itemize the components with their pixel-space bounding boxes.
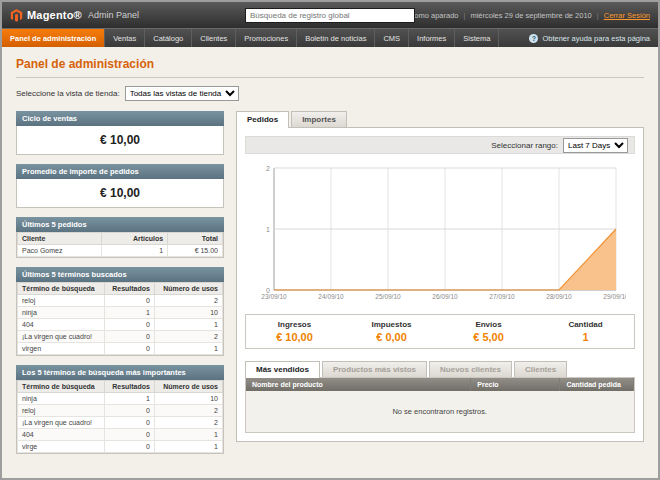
total-value: € 5,00 (442, 331, 535, 343)
nav-item-sistema[interactable]: Sistema (455, 29, 499, 47)
table-row[interactable]: Paco Gomez1€ 15.00 (18, 245, 223, 257)
table-cell: ninja (18, 393, 105, 405)
top-search-terms-table: Término de búsquedaResultadosNúmero de u… (17, 380, 223, 453)
table-row[interactable]: ¡La virgen que cuadro!02 (18, 331, 223, 343)
last-orders-table: ClienteArtículosTotalPaco Gomez1€ 15.00 (17, 232, 223, 257)
table-cell: 1 (154, 319, 222, 331)
table-cell: 2 (154, 405, 222, 417)
nav-item-panel-de-administraci-n[interactable]: Panel de administración (2, 29, 105, 47)
store-view-label: Seleccione la vista de tienda: (16, 89, 120, 98)
nav-item-informes[interactable]: Informes (409, 29, 455, 47)
dashboard-content: Panel de administración Seleccione la vi… (2, 47, 658, 478)
table-cell: 0 (105, 429, 155, 441)
table-cell: 0 (105, 343, 155, 355)
brand-subtitle: Admin Panel (88, 10, 139, 20)
tab-productos-m-s-vistos: Productos más vistos (322, 361, 427, 377)
totals-row: Ingresos€ 10,00Impuestos€ 0,00Envíos€ 5,… (245, 314, 635, 349)
current-date: miércoles 29 de septiembre de 2010 (470, 11, 591, 20)
lifetime-sales-panel: Ciclo de ventas € 10,00 (16, 111, 224, 155)
table-cell: 1 (105, 393, 155, 405)
tab-nuevos-clientes: Nuevos clientes (429, 361, 512, 377)
column-header: Resultados (105, 283, 155, 295)
column-header: Término de búsqueda (18, 283, 105, 295)
tab-clientes: Clientes (514, 361, 567, 377)
svg-text:27/09/10: 27/09/10 (489, 293, 515, 300)
table-cell: 0 (105, 441, 155, 453)
column-header: Precio (471, 378, 560, 391)
column-header: Artículos (101, 233, 168, 245)
total-cantidad: Cantidad1 (537, 315, 634, 348)
tab-importes[interactable]: Importes (291, 111, 347, 127)
svg-text:23/09/10: 23/09/10 (261, 293, 287, 300)
logout-link[interactable]: Cerrar Sesión (604, 11, 650, 20)
nav-item-promociones[interactable]: Promociones (236, 29, 297, 47)
last-search-terms-table: Término de búsquedaResultadosNúmero de u… (17, 282, 223, 355)
table-cell: ¡La virgen que cuadro! (18, 417, 105, 429)
nav-item-cat-logo[interactable]: Catálogo (145, 29, 192, 47)
table-row[interactable]: reloj02 (18, 405, 223, 417)
orders-chart: 23/09/1024/09/1025/09/1026/09/1027/09/10… (254, 158, 626, 308)
help-icon: ? (529, 34, 538, 43)
table-row[interactable]: ninja110 (18, 307, 223, 319)
chart-area: 23/09/1024/09/1025/09/1026/09/1027/09/10… (245, 154, 635, 308)
average-orders-panel: Promedio de importe de pedidos € 10,00 (16, 164, 224, 208)
global-search-input[interactable] (245, 8, 415, 23)
table-cell: 10 (154, 393, 222, 405)
total-label: Cantidad (539, 320, 632, 329)
table-row[interactable]: ¡La virgen que cuadro!02 (18, 417, 223, 429)
table-cell: Paco Gomez (18, 245, 102, 257)
table-row[interactable]: ninja110 (18, 393, 223, 405)
total-label: Envíos (442, 320, 535, 329)
store-view-select[interactable]: Todas las vistas de tienda (125, 86, 239, 101)
table-cell: ninja (18, 307, 105, 319)
tab-pedidos[interactable]: Pedidos (236, 111, 289, 128)
empty-message: No se encontraron registros. (246, 391, 634, 432)
table-row[interactable]: reloj02 (18, 295, 223, 307)
panel-title: Últimos 5 términos buscados (16, 267, 224, 282)
panel-title: Los 5 términos de búsqueda más important… (16, 365, 224, 380)
table-cell: virgen (18, 343, 105, 355)
table-cell: ¡La virgen que cuadro! (18, 331, 105, 343)
nav-item-clientes[interactable]: Clientes (192, 29, 236, 47)
main-nav: Panel de administraciónVentasCatálogoCli… (2, 29, 499, 47)
brand-name: Magento® (27, 9, 82, 21)
range-select[interactable]: Last 7 Days (563, 138, 628, 153)
table-cell: 1 (105, 307, 155, 319)
table-cell: 2 (154, 331, 222, 343)
table-cell: 1 (101, 245, 168, 257)
table-cell: 404 (18, 429, 105, 441)
column-header: Resultados (105, 381, 155, 393)
diagram-tabs: PedidosImportes (236, 111, 644, 127)
table-row[interactable]: virgen01 (18, 343, 223, 355)
nav-item-ventas[interactable]: Ventas (105, 29, 145, 47)
table-cell: reloj (18, 295, 105, 307)
last-search-terms-panel: Últimos 5 términos buscados Término de b… (16, 267, 224, 356)
top-bar: Magento® Admin Panel Accedió como aparad… (2, 2, 658, 28)
nav-item-bolet-n-de-noticias[interactable]: Boletín de noticias (297, 29, 375, 47)
total-env-os: Envíos€ 5,00 (440, 315, 537, 348)
column-header: Número de usos (154, 283, 222, 295)
dashboard-main-column: PedidosImportes Seleccionar rango: Last … (236, 111, 644, 442)
average-orders-value: € 10,00 (16, 179, 224, 208)
table-cell: 0 (105, 319, 155, 331)
table-cell: 2 (154, 417, 222, 429)
table-row[interactable]: virge01 (18, 441, 223, 453)
svg-text:26/09/10: 26/09/10 (432, 293, 458, 300)
column-header: Nombre del producto (246, 378, 471, 391)
table-row[interactable]: 40401 (18, 429, 223, 441)
total-value: € 10,00 (248, 331, 341, 343)
diagram-box: Seleccionar rango: Last 7 Days 23/09/102… (236, 127, 644, 442)
column-header: Cliente (18, 233, 102, 245)
help-link[interactable]: ? Obtener ayuda para esta página (521, 29, 658, 47)
tab-m-s-vendidos[interactable]: Más vendidos (245, 361, 320, 378)
table-cell: € 15.00 (168, 245, 223, 257)
panel-title: Últimos 5 pedidos (16, 217, 224, 232)
brand: Magento® Admin Panel (10, 9, 139, 22)
top-search-table-wrap: Término de búsquedaResultadosNúmero de u… (16, 380, 224, 454)
column-header: Término de búsqueda (18, 381, 105, 393)
table-row[interactable]: 40401 (18, 319, 223, 331)
panel-title: Promedio de importe de pedidos (16, 164, 224, 179)
nav-item-cms[interactable]: CMS (375, 29, 409, 47)
table-cell: 1 (154, 343, 222, 355)
products-table: Nombre del productoPrecioCantidad pedida… (246, 378, 634, 432)
